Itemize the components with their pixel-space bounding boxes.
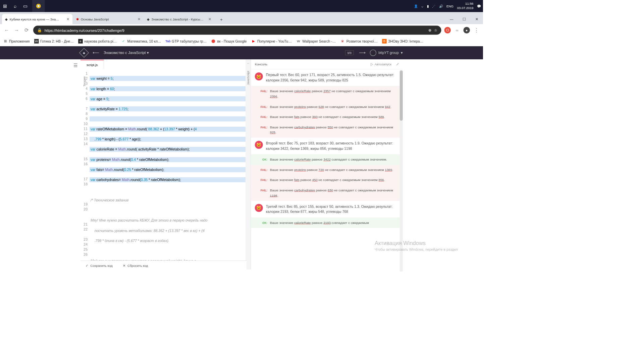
expand-icon[interactable]: ⤢ <box>396 62 399 66</box>
chevron-up-icon[interactable]: ⌵ <box>421 4 423 8</box>
test-description: Второй тест. Вес 75, рост 183, возраст 3… <box>266 141 399 152</box>
editor-pane: Теория script.js 12345678910111213141516… <box>80 59 246 269</box>
browser-tab[interactable]: ✱ Основы JavaScript ✕ <box>73 14 144 24</box>
test-description: Третий тест. Вес 85, рост 155, возраст 5… <box>266 204 399 215</box>
apps-button[interactable]: ⊞Приложения <box>3 39 30 44</box>
wifi-icon[interactable]: ⋰ <box>432 4 435 8</box>
bookmarks-bar: ⊞Приложения WГотика 2: НВ - Дне… eнауков… <box>0 36 483 46</box>
close-icon: ✕ <box>123 264 125 267</box>
close-icon[interactable]: ✕ <box>138 17 141 21</box>
autorun-toggle[interactable]: ▷ Автозапуск ⤢ <box>371 62 399 66</box>
test-result-fail: FAIL:Ваше значение carbohydrates равное … <box>251 122 403 138</box>
task-view-icon[interactable]: ▭ <box>22 3 28 9</box>
console-output[interactable]: 🐱 Первый тест. Вес 60, рост 171, возраст… <box>251 69 403 269</box>
clock-date[interactable]: 03.07.2019 <box>457 6 474 10</box>
notifications-icon[interactable]: 💬 <box>477 4 481 8</box>
bookmark-item[interactable]: WWallpaper Search -… <box>296 39 336 44</box>
check-icon: ✓ <box>86 264 88 267</box>
browser-tab-strip: ◆ Кубики куются на кухне — Зна… ✕ ✱ Осно… <box>0 12 483 24</box>
language-label: JavaScript <box>245 67 251 88</box>
back-button[interactable]: ← <box>3 27 10 34</box>
prev-lesson-button[interactable]: ⟵ <box>93 50 99 56</box>
editor-footer: ✓Сохранить код ✕Сбросить код <box>80 260 247 270</box>
user-menu[interactable]: bttpYT group ▾ <box>370 50 402 56</box>
test-result-fail: FAIL:Ваше значение carbohydrates равное … <box>251 185 403 201</box>
address-bar: ← → ⟳ 🔒 https://htmlacademy.ru/courses/2… <box>0 24 483 36</box>
bookmark-item[interactable]: WГотика 2: НВ - Дне… <box>34 39 74 44</box>
url-input[interactable]: 🔒 https://htmlacademy.ru/courses/207/cha… <box>33 26 441 35</box>
test-result-fail: FAIL:Ваше значение fats равное 450 не со… <box>251 175 403 185</box>
avatar <box>370 50 377 56</box>
test-result-fail: FAIL:Ваше значение proteins равное 628 н… <box>251 102 403 112</box>
resize-icon: ↔ <box>247 62 249 65</box>
browser-tab[interactable]: ◆ Знакомство с JavaScript - Курсы… ✕ <box>144 14 214 24</box>
clock-time[interactable]: 11:56 <box>465 2 473 6</box>
play-icon: ▷ <box>371 62 373 66</box>
battery-icon[interactable]: ▮ <box>427 4 429 8</box>
tab-title: Основы JavaScript <box>81 17 109 21</box>
maximize-button[interactable]: ☐ <box>458 14 471 24</box>
bookmark-item[interactable]: BЗНОву ЗНО: Інтера… <box>382 39 423 44</box>
user-name: bttpYT group <box>378 51 399 55</box>
start-icon[interactable]: ⊞ <box>2 3 8 9</box>
tab-favicon-icon: ◆ <box>147 17 150 21</box>
tab-title: Кубики куются на кухне — Зна… <box>10 17 59 21</box>
close-icon[interactable]: ✕ <box>208 17 211 21</box>
extension-icon[interactable]: ● <box>464 27 470 34</box>
test-description: Первый тест. Вес 60, рост 171, возраст 2… <box>266 72 399 83</box>
bookmark-item[interactable]: вк - Пошук Google <box>211 39 247 44</box>
next-lesson-button[interactable]: ⟶ <box>359 50 365 56</box>
reload-button[interactable]: ⟳ <box>23 27 30 34</box>
forward-button[interactable]: → <box>13 27 20 34</box>
reset-button[interactable]: ✕Сбросить код <box>118 264 153 267</box>
language-indicator[interactable]: ENG <box>446 4 453 8</box>
new-tab-button[interactable]: + <box>217 15 226 24</box>
console-title: Консоль <box>255 62 267 66</box>
chevron-down-icon: ▾ <box>401 51 402 55</box>
course-title[interactable]: Знакомство с JavaScript ▾ <box>104 51 149 55</box>
test-result-fail: FAIL:Ваше значение fats равное 393 не со… <box>251 112 403 122</box>
url-text: https://htmlacademy.ru/courses/207/chall… <box>45 28 124 33</box>
close-icon[interactable]: ✕ <box>66 17 69 21</box>
search-icon[interactable]: ⌕ <box>12 3 18 9</box>
zoom-icon[interactable]: ⊕ <box>428 28 432 33</box>
svg-point-2 <box>38 5 40 7</box>
star-icon[interactable]: ☆ <box>434 28 437 33</box>
browser-tab-active[interactable]: ◆ Кубики куются на кухне — Зна… ✕ <box>2 14 72 24</box>
extension-icon[interactable]: ∞ <box>454 27 461 34</box>
bookmark-item[interactable]: ✓Математика, 10 кл… <box>121 39 161 44</box>
htmlacademy-logo-icon[interactable]: ◆ <box>79 48 89 58</box>
file-tab[interactable]: script.js <box>80 60 104 69</box>
tab-title: Знакомство с JavaScript - Курсы… <box>152 17 204 21</box>
extension-icon[interactable]: O <box>444 27 451 34</box>
bot-avatar-icon: 🐱 <box>255 141 263 149</box>
progress-indicator: 9/9 <box>345 50 354 55</box>
bot-avatar-icon: 🐱 <box>255 204 263 212</box>
close-window-button[interactable]: ✕ <box>471 14 483 24</box>
bookmark-item[interactable]: eнаукова робота рі… <box>78 39 117 44</box>
lock-icon: 🔒 <box>37 28 42 33</box>
console-pane: Консоль ▷ Автозапуск ⤢ 🐱 Первый тест. Ве… <box>251 59 403 269</box>
code-editor[interactable]: var weight = 5; var length = 60; var age… <box>90 69 246 269</box>
bookmark-item[interactable]: ※Розвиток творчої… <box>340 39 378 44</box>
chrome-taskbar-icon[interactable] <box>32 0 45 12</box>
test-result-fail: FAIL:Ваше значение calorieRate равное 23… <box>251 86 403 102</box>
scrollbar-thumb[interactable] <box>400 70 403 121</box>
windows-taskbar: ⊞ ⌕ ▭ 👤 ⌵ ▮ ⋰ 🔊 ENG 11:56 03.07.2019 💬 <box>0 0 483 12</box>
line-numbers: 1234567891011121314151617181920212223242… <box>80 69 90 269</box>
app-header: ◆ ⟵ Знакомство с JavaScript ▾ 9/9 ⟶ bttp… <box>0 46 483 59</box>
volume-icon[interactable]: 🔊 <box>439 4 443 8</box>
pane-splitter[interactable]: ↔ JavaScript <box>246 59 251 269</box>
people-icon[interactable]: 👤 <box>414 4 418 8</box>
save-button[interactable]: ✓Сохранить код <box>80 264 118 267</box>
bookmark-item[interactable]: ▶Популярне - YouTu… <box>251 39 292 44</box>
test-result-ok: OK:Ваше значение calorieRate равное 3422… <box>251 155 403 165</box>
test-result-fail: FAIL:Ваше значение proteins равное 720 н… <box>251 165 403 175</box>
tab-favicon-icon: ◆ <box>5 17 8 21</box>
hamburger-icon[interactable]: ☰ <box>70 60 80 70</box>
minimize-button[interactable]: — <box>445 14 458 24</box>
bookmark-item[interactable]: TabGTP табулатуры гр… <box>166 39 207 44</box>
workspace: ☰ Теория script.js 123456789101112131415… <box>0 59 483 269</box>
theory-tab[interactable]: Теория <box>82 73 88 90</box>
menu-icon[interactable]: ⋮ <box>473 27 480 34</box>
